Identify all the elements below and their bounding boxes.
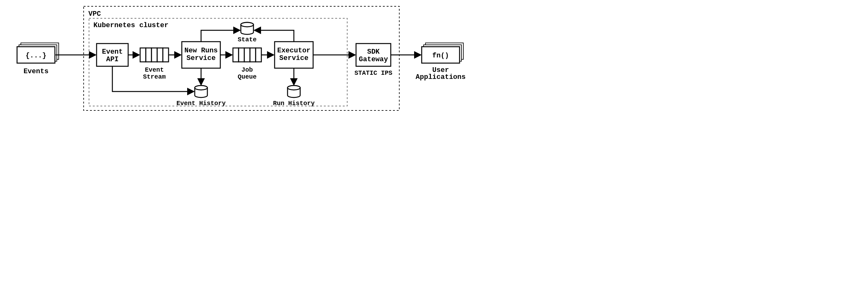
executor-label-1: Executor (277, 47, 311, 55)
events-label: Events (23, 67, 48, 75)
sdk-label-2: Gateway (359, 56, 388, 63)
event-stream-queue (140, 48, 168, 62)
event-history-label: Event History (177, 100, 226, 107)
event-history-db (195, 86, 207, 97)
svg-rect-5 (152, 48, 157, 62)
job-queue-label-1: Job (242, 66, 253, 73)
svg-point-16 (195, 86, 207, 90)
svg-rect-4 (146, 48, 152, 62)
svg-rect-7 (163, 48, 168, 62)
sdk-label-1: SDK (367, 48, 380, 56)
user-apps-label-2: Applications (416, 73, 466, 81)
new-runs-label-2: Service (187, 54, 216, 62)
svg-rect-10 (244, 48, 250, 62)
static-ips-label: STATIC IPS (354, 69, 392, 77)
arrow-newruns-to-state (201, 30, 240, 42)
k8s-label: Kubernetes cluster (93, 22, 168, 29)
event-stream-label-2: Stream (143, 73, 166, 81)
event-api-label-2: API (106, 56, 119, 63)
svg-rect-6 (157, 48, 163, 62)
run-history-label: Run History (273, 100, 315, 107)
event-stream-label-1: Event (145, 66, 164, 73)
events-content: {...} (26, 52, 46, 60)
events-stack: {...} (17, 43, 59, 63)
svg-rect-3 (140, 48, 146, 62)
svg-rect-11 (250, 48, 256, 62)
user-apps-stack: fn() (422, 43, 463, 63)
arrow-executor-to-state (255, 30, 294, 42)
svg-rect-12 (256, 48, 261, 62)
svg-rect-9 (239, 48, 244, 62)
job-queue (233, 48, 261, 62)
state-db (241, 23, 253, 34)
run-history-db (287, 86, 300, 97)
job-queue-label-2: Queue (238, 73, 257, 81)
svg-point-14 (241, 23, 253, 27)
user-apps-content: fn() (432, 52, 449, 60)
svg-rect-8 (233, 48, 239, 62)
executor-label-2: Service (279, 54, 308, 62)
vpc-label: VPC (88, 10, 101, 18)
svg-point-18 (287, 86, 300, 90)
new-runs-label-1: New Runs (184, 47, 218, 55)
event-api-label-1: Event (102, 48, 123, 56)
state-label: State (238, 36, 257, 43)
architecture-diagram: VPC Kubernetes cluster {...} Events Even… (0, 0, 480, 158)
